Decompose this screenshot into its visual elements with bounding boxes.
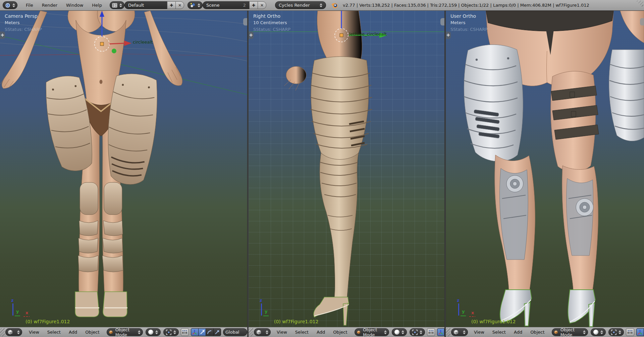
- view-name: Camera Persp: [5, 13, 42, 20]
- stepper[interactable]: [17, 330, 20, 334]
- solid-shading-icon: [394, 330, 399, 335]
- editor-type-button[interactable]: [451, 328, 468, 336]
- viewport-shading-selector[interactable]: [146, 328, 161, 336]
- menu-render[interactable]: Render: [38, 0, 62, 10]
- gizmo-z-label: z: [11, 298, 14, 303]
- stepper: [583, 330, 586, 334]
- manipulator-toggle-button[interactable]: [636, 328, 644, 336]
- menu-view[interactable]: View: [273, 330, 291, 335]
- pivot-point-selector[interactable]: [163, 328, 179, 336]
- rotate-arc-icon: [207, 330, 212, 335]
- delete-layout-button[interactable]: ✕: [175, 1, 184, 9]
- manipulate-center-points-toggle[interactable]: ⟷: [427, 328, 435, 336]
- object-mode-icon: [554, 330, 558, 335]
- screen-layout-icon: [112, 3, 117, 8]
- 3d-view-icon: [453, 330, 459, 335]
- area-corner-grip[interactable]: [0, 328, 5, 336]
- manipulate-center-points-toggle[interactable]: ⟷: [626, 328, 634, 336]
- active-object-status: (0) wf7Figure1.012: [471, 319, 516, 324]
- editor-type-button[interactable]: [5, 328, 22, 336]
- region-expand-tab[interactable]: ✚: [446, 32, 451, 39]
- menu-object[interactable]: Object: [526, 330, 548, 335]
- interaction-mode-selector[interactable]: Object Mode: [552, 328, 588, 336]
- stepper[interactable]: [198, 3, 200, 7]
- view-unit: 10 Centimeters: [253, 20, 290, 27]
- region-expand-tab[interactable]: ✚: [249, 32, 254, 39]
- editor-type-button[interactable]: [254, 328, 271, 336]
- gizmo-z-label: z: [457, 298, 460, 303]
- close-icon: ✕: [178, 3, 181, 8]
- object-mode-icon: [109, 330, 113, 335]
- scene-icon: [190, 3, 196, 8]
- scene-name-field[interactable]: Scene 2: [203, 1, 250, 9]
- info-icon: [5, 3, 10, 8]
- blender-logo-icon: [331, 2, 338, 9]
- transform-orientation-selector[interactable]: Global: [223, 328, 247, 336]
- manipulator-toggle-button[interactable]: [191, 328, 199, 336]
- 3d-figure-back-render: [446, 11, 644, 327]
- interaction-mode-selector[interactable]: Object Mode: [355, 328, 389, 336]
- viewport-canvas[interactable]: Camera Persp Meters SStatus: CSHARP circ…: [0, 11, 247, 327]
- stepper[interactable]: [119, 3, 122, 7]
- viewport-info-overlay: Right Ortho 10 Centimeters SStatus: CSHA…: [253, 13, 290, 34]
- 3d-view-icon: [256, 330, 261, 335]
- region-expand-tab[interactable]: ✚: [0, 32, 5, 39]
- gizmo-x-label: x: [471, 310, 474, 315]
- view-unit: Meters: [5, 20, 42, 27]
- menu-file[interactable]: File: [21, 0, 38, 10]
- 3d-figure-front-render: [0, 11, 247, 327]
- menu-object[interactable]: Object: [329, 330, 351, 335]
- scale-manipulator-button[interactable]: [213, 328, 221, 336]
- active-object-status: (0) wf7Figure1.012: [274, 319, 318, 324]
- screen-layout-selector-button[interactable]: [110, 1, 124, 9]
- menu-object[interactable]: Object: [81, 330, 103, 335]
- menu-select[interactable]: Select: [488, 330, 510, 335]
- viewport-canvas[interactable]: Right Ortho 10 Centimeters SStatus: CSHA…: [249, 11, 444, 327]
- stepper[interactable]: [266, 330, 268, 334]
- region-collapse-handle[interactable]: [640, 18, 644, 25]
- double-arrow-icon: ⟷: [182, 332, 187, 334]
- area-corner-grip[interactable]: [636, 1, 643, 8]
- pivot-point-selector[interactable]: [608, 328, 624, 336]
- manipulate-center-points-toggle[interactable]: ⟷: [181, 328, 189, 336]
- menu-view[interactable]: View: [25, 330, 43, 335]
- menu-add[interactable]: Add: [510, 330, 526, 335]
- translate-manipulator-button[interactable]: [198, 328, 206, 336]
- add-layout-button[interactable]: ✚: [167, 1, 176, 9]
- menu-help[interactable]: Help: [88, 0, 106, 10]
- region-collapse-handle[interactable]: [440, 18, 444, 25]
- stepper[interactable]: [12, 3, 15, 7]
- rotate-manipulator-button[interactable]: [206, 328, 213, 336]
- menu-window[interactable]: Window: [62, 0, 88, 10]
- menu-select[interactable]: Select: [291, 330, 313, 335]
- interaction-mode-selector[interactable]: Object Mode: [107, 328, 143, 336]
- plus-icon: ✚: [446, 33, 450, 38]
- area-corner-grip[interactable]: [249, 328, 253, 336]
- gizmo-y-label: y: [462, 309, 465, 314]
- render-engine-selector[interactable]: Cycles Render: [275, 1, 326, 9]
- axis-tripod-icon: [192, 330, 197, 335]
- workspace: Camera Persp Meters SStatus: CSHARP circ…: [0, 11, 644, 337]
- scale-arrow-icon: [214, 330, 220, 335]
- manipulator-toggle-button[interactable]: [437, 328, 444, 336]
- stepper: [138, 330, 141, 334]
- stepper[interactable]: [463, 330, 466, 334]
- menu-view[interactable]: View: [470, 330, 488, 335]
- scene-selector-button[interactable]: [187, 1, 203, 9]
- viewport-shading-selector[interactable]: [392, 328, 407, 336]
- menu-add[interactable]: Add: [65, 330, 81, 335]
- delete-scene-button[interactable]: ✕: [258, 1, 266, 9]
- add-scene-button[interactable]: ✚: [249, 1, 258, 9]
- editor-type-info-button[interactable]: [3, 1, 17, 9]
- area-corner-grip[interactable]: [446, 328, 450, 336]
- screen-layout-name-field[interactable]: Default: [124, 1, 167, 9]
- menu-add[interactable]: Add: [313, 330, 329, 335]
- pivot-point-selector[interactable]: [410, 328, 425, 336]
- solid-shading-icon: [148, 330, 153, 335]
- region-collapse-handle[interactable]: [243, 18, 247, 25]
- viewport-shading-selector[interactable]: [591, 328, 606, 336]
- viewport-canvas[interactable]: User Ortho Meters SStatus: CSHARP ✚ z y …: [446, 11, 644, 327]
- menu-select[interactable]: Select: [43, 330, 65, 335]
- double-arrow-icon: ⟷: [627, 332, 633, 334]
- scene-statistics: v2.77 | Verts:138,252 | Faces:135,036 | …: [343, 3, 589, 8]
